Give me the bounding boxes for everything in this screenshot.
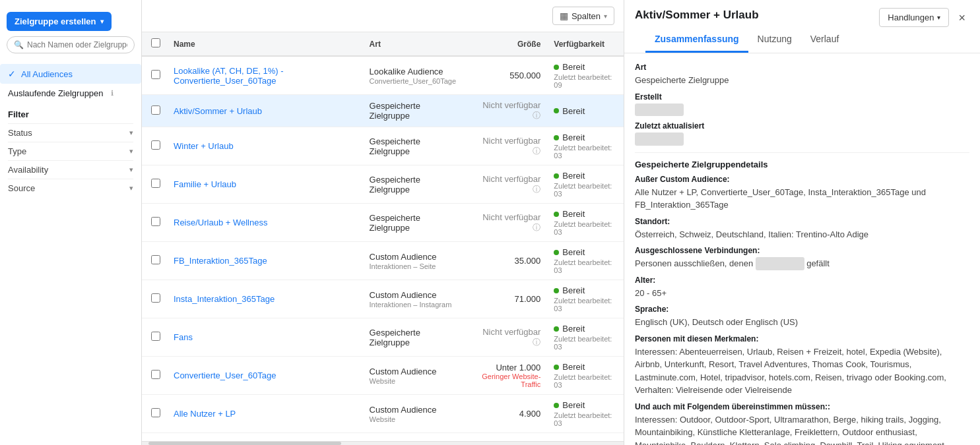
close-button[interactable]: × xyxy=(954,9,969,26)
audience-link[interactable]: Winter + Urlaub xyxy=(174,141,234,151)
search-box: 🔍 xyxy=(7,36,135,53)
info-icon[interactable]: ⓘ xyxy=(533,223,540,232)
table-row: FansGespeicherte ZielgruppeNicht verfügb… xyxy=(142,318,624,357)
filter-title: Filter xyxy=(8,109,133,119)
audience-link[interactable]: Insta_Interaktion_365Tage xyxy=(174,294,275,304)
sidebar-top: Zielgruppe erstellen ▾ 🔍 xyxy=(0,7,141,60)
details-title-block: Gespeicherte Zielgruppendetails xyxy=(635,160,969,169)
art-main: Custom Audience xyxy=(370,405,461,415)
last-updated: Zuletzt bearbeitet: 03 xyxy=(554,220,617,236)
row-checkbox[interactable] xyxy=(151,140,160,150)
table-row: Winter + UrlaubGespeicherte ZielgruppeNi… xyxy=(142,127,624,165)
sidebar-item-all-audiences[interactable]: ✓ All Audiences xyxy=(0,64,141,84)
chevron-down-icon: ▾ xyxy=(129,129,133,137)
standort-block: Standort: Österreich, Schweiz, Deutschla… xyxy=(635,217,969,241)
art-main: Custom Audience xyxy=(370,367,461,376)
chevron-down-icon: ▾ xyxy=(129,184,133,193)
panel-body: Art Gespeicherte Zielgruppe Erstellt ███… xyxy=(624,53,980,445)
row-groesse-cell: Nicht verfügbar ⓘ xyxy=(468,204,548,242)
status-row: Bereit xyxy=(554,247,617,257)
tab-nutzung[interactable]: Nutzung xyxy=(748,27,801,53)
row-name-cell: Reise/Urlaub + Wellness xyxy=(167,204,363,242)
alter-value: 20 - 65+ xyxy=(635,287,969,300)
row-art-cell: Gespeicherte Zielgruppe xyxy=(363,95,468,127)
row-checkbox[interactable] xyxy=(151,179,160,188)
uebereinstimmen-value: Interessen: Outdoor, Outdoor-Sport, Ultr… xyxy=(635,413,969,446)
erstellt-block: Erstellt ████████ xyxy=(635,92,969,117)
info-icon[interactable]: ⓘ xyxy=(533,338,540,347)
ausser-block: Außer Custom Audience: Alle Nutzer + LP,… xyxy=(635,175,969,212)
standort-value: Österreich, Schweiz, Deutschland, Italie… xyxy=(635,228,969,241)
status-dot-icon xyxy=(554,65,559,70)
audience-link[interactable]: Lookalike (AT, CH, DE, 1%) - Convertiert… xyxy=(174,66,284,86)
filter-availability[interactable]: Availability ▾ xyxy=(8,160,133,179)
art-sub: Interaktionen – Seite xyxy=(370,262,461,270)
check-icon: ✓ xyxy=(8,69,16,79)
table-row: Aktiv/Sommer + UrlaubGespeicherte Zielgr… xyxy=(142,95,624,127)
table-row: Insta_Interaktion_365TageCustom Audience… xyxy=(142,280,624,318)
info-icon[interactable]: ⓘ xyxy=(533,111,540,120)
create-audience-button[interactable]: Zielgruppe erstellen ▾ xyxy=(7,12,112,31)
columns-icon: ▦ xyxy=(560,11,568,21)
filter-type[interactable]: Type ▾ xyxy=(8,142,133,160)
row-groesse-cell: 550.000 xyxy=(468,56,548,95)
row-art-cell: Gespeicherte Zielgruppe xyxy=(363,127,468,165)
filter-section: Filter Status ▾ Type ▾ Availability ▾ So… xyxy=(0,103,141,200)
audience-link[interactable]: Familie + Urlaub xyxy=(174,179,236,189)
panel-actions: Handlungen ▾ × xyxy=(879,8,969,27)
row-groesse-cell: 35.000 xyxy=(468,242,548,280)
row-checkbox[interactable] xyxy=(151,408,160,417)
row-name-cell: Alle Nutzer + LP xyxy=(167,395,363,433)
filter-source-label: Source xyxy=(8,183,35,193)
tab-zusammenfassung[interactable]: Zusammenfassung xyxy=(645,27,748,53)
info-icon[interactable]: ⓘ xyxy=(533,185,540,194)
audiences-table: Name Art Größe Verfügbarkeit Lookalike (… xyxy=(142,32,624,433)
filter-source[interactable]: Source ▾ xyxy=(8,179,133,197)
status-text: Bereit xyxy=(562,362,585,372)
art-block: Art Gespeicherte Zielgruppe xyxy=(635,63,969,87)
standort-label: Standort: xyxy=(635,217,969,226)
audience-link[interactable]: FB_Interaktion_365Tage xyxy=(174,256,267,266)
audience-link[interactable]: Convertierte_User_60Tage xyxy=(174,371,276,380)
tab-verlauf[interactable]: Verlauf xyxy=(801,27,849,53)
scrollbar-thumb[interactable] xyxy=(148,442,341,445)
last-updated: Zuletzt bearbeitet: 03 xyxy=(554,182,617,198)
table-row: Convertierte_User_60TageCustom AudienceW… xyxy=(142,357,624,395)
chevron-down-icon: ▾ xyxy=(604,13,607,20)
filter-status[interactable]: Status ▾ xyxy=(8,123,133,142)
info-icon[interactable]: ⓘ xyxy=(533,146,540,156)
audience-link[interactable]: Reise/Urlaub + Wellness xyxy=(174,218,267,227)
row-checkbox[interactable] xyxy=(151,332,160,341)
status-text: Bereit xyxy=(562,106,585,116)
row-art-cell: Gespeicherte Zielgruppe xyxy=(363,318,468,357)
groesse-main: 4.900 xyxy=(474,409,541,419)
row-groesse-cell: 71.000 xyxy=(468,280,548,318)
select-all-header xyxy=(142,32,167,56)
row-checkbox[interactable] xyxy=(151,217,160,226)
row-checkbox[interactable] xyxy=(151,370,160,379)
columns-button[interactable]: ▦ Spalten ▾ xyxy=(552,7,614,25)
row-checkbox[interactable] xyxy=(151,70,160,79)
row-name-cell: Winter + Urlaub xyxy=(167,127,363,165)
horizontal-scrollbar[interactable] xyxy=(142,441,624,445)
last-updated: Zuletzt bearbeitet: 09 xyxy=(554,73,617,89)
row-name-cell: Convertierte_User_60Tage xyxy=(167,357,363,395)
search-icon: 🔍 xyxy=(14,40,24,49)
row-checkbox[interactable] xyxy=(151,105,160,115)
select-all-checkbox[interactable] xyxy=(151,38,160,47)
row-checkbox[interactable] xyxy=(151,293,160,303)
groesse-main: 71.000 xyxy=(474,294,541,304)
groesse-main: Unter 1.000 xyxy=(474,363,541,372)
audience-link[interactable]: Alle Nutzer + LP xyxy=(174,409,236,419)
table-row: Familie + UrlaubGespeicherte ZielgruppeN… xyxy=(142,165,624,204)
handlungen-button[interactable]: Handlungen ▾ xyxy=(879,8,949,27)
row-checkbox[interactable] xyxy=(151,255,160,264)
status-row: Bereit xyxy=(554,171,617,181)
status-text: Bereit xyxy=(562,247,585,257)
audience-link[interactable]: Fans xyxy=(174,332,193,342)
erstellt-blurred: ████████ xyxy=(635,104,684,117)
sidebar-item-expiring[interactable]: Auslaufende Zielgruppen ℹ xyxy=(0,84,141,103)
search-input[interactable] xyxy=(27,40,127,49)
audience-link[interactable]: Aktiv/Sommer + Urlaub xyxy=(174,106,262,116)
chevron-down-icon: ▾ xyxy=(937,14,940,21)
